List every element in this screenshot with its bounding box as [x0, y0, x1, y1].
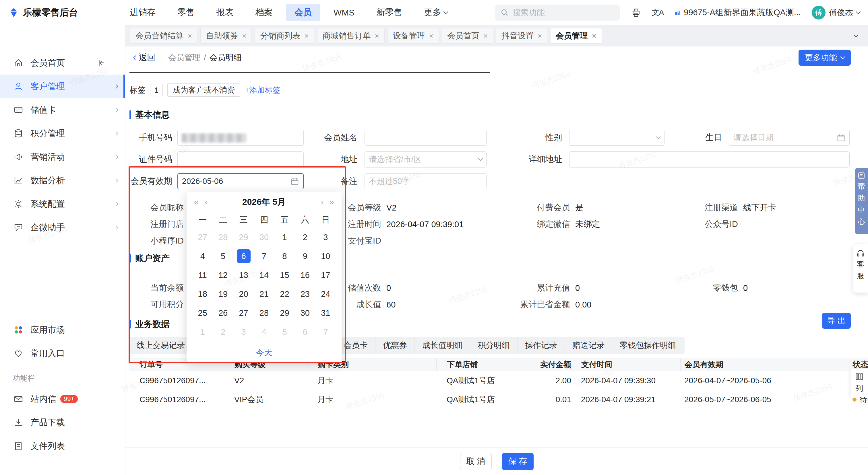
page-tab[interactable]: 分销商列表	[255, 28, 314, 44]
birthday-date-field[interactable]	[729, 130, 849, 146]
calendar-day[interactable]: 6	[295, 323, 315, 341]
tag-count-box[interactable]: 1	[150, 84, 163, 96]
region-select[interactable]	[365, 151, 487, 168]
more-functions-button[interactable]: 更多功能	[799, 49, 851, 66]
sidebar-item-favorites[interactable]: 常用入口	[0, 342, 125, 365]
calendar-day[interactable]: 26	[213, 303, 233, 323]
sidebar-item-points-management[interactable]: 积分管理	[0, 122, 125, 145]
today-link[interactable]: 今天	[256, 347, 272, 359]
calendar-day[interactable]: 9	[295, 247, 315, 266]
page-tab[interactable]: 会员营销结算	[130, 28, 197, 44]
calendar-day[interactable]: 25	[192, 303, 213, 323]
id-number-field[interactable]	[177, 151, 304, 168]
region-input[interactable]	[369, 155, 476, 164]
customer-service-tab[interactable]: 客 服	[853, 244, 868, 293]
calendar-day[interactable]: 20	[234, 284, 254, 303]
calendar-day[interactable]: 6	[234, 247, 254, 266]
calendar-day[interactable]: 2	[295, 228, 315, 247]
calendar-day[interactable]: 23	[295, 284, 315, 303]
nav-item-archives[interactable]: 档案	[247, 4, 281, 21]
calendar-day[interactable]: 30	[254, 228, 274, 247]
print-icon[interactable]	[631, 8, 641, 18]
biz-tab-points-detail[interactable]: 积分明细	[470, 337, 517, 354]
sidebar-item-customer-management[interactable]: 客户管理	[0, 75, 125, 98]
calendar-day[interactable]: 8	[274, 247, 295, 266]
sidebar-item-marketing-activity[interactable]: 营销活动	[0, 145, 125, 169]
sidebar-item-data-analysis[interactable]: 数据分析	[0, 169, 125, 192]
export-button[interactable]: 导 出	[822, 313, 851, 329]
calendar-day[interactable]: 29	[234, 228, 254, 247]
calendar-day[interactable]: 13	[234, 266, 254, 284]
sidebar-item-file-list[interactable]: 文件列表	[0, 434, 125, 458]
calendar-day[interactable]: 30	[295, 303, 315, 323]
page-tab[interactable]: 自助领券	[200, 28, 252, 44]
close-icon[interactable]	[188, 32, 192, 40]
sidebar-item-wecom-assistant[interactable]: 企微助手	[0, 216, 125, 239]
nav-item-wms[interactable]: WMS	[325, 5, 363, 20]
next-month-icon[interactable]: ›	[321, 198, 323, 206]
calendar-day[interactable]: 28	[213, 228, 233, 247]
calendar-day[interactable]: 4	[254, 323, 274, 341]
detail-address-field[interactable]	[569, 151, 849, 168]
calendar-day[interactable]: 3	[234, 323, 254, 341]
detail-address-input[interactable]	[574, 155, 845, 164]
page-tab-active[interactable]: 会员管理	[550, 28, 601, 44]
sidebar-item-app-market[interactable]: 应用市场	[0, 318, 125, 342]
close-icon[interactable]	[538, 32, 542, 40]
sidebar-item-stored-value-card[interactable]: 储值卡	[0, 98, 125, 122]
nav-item-more[interactable]: 更多	[415, 4, 456, 21]
calendar-day[interactable]: 7	[254, 247, 274, 266]
calendar-day[interactable]: 24	[315, 284, 336, 303]
user-menu[interactable]: 傅 傅俊杰	[812, 6, 860, 20]
breadcrumb-section[interactable]: 会员管理	[168, 52, 200, 63]
tabs-dropdown-icon[interactable]	[854, 33, 859, 38]
close-icon[interactable]	[304, 32, 309, 40]
biz-tab-wallet-detail[interactable]: 零钱包操作明细	[612, 337, 683, 354]
calendar-day[interactable]: 29	[274, 303, 295, 323]
gender-input[interactable]	[574, 133, 654, 142]
table-row[interactable]: C996750126097... V2 月卡 QA测试1号店 2.00 2026…	[129, 371, 868, 390]
remark-field[interactable]	[365, 173, 487, 189]
gender-select[interactable]	[569, 130, 664, 146]
search-input[interactable]	[513, 8, 614, 17]
column-settings-button[interactable]: 列	[850, 369, 868, 397]
birthday-input[interactable]	[733, 133, 834, 142]
biz-tab-gift-records[interactable]: 赠送记录	[565, 337, 612, 354]
remark-input[interactable]	[369, 177, 482, 186]
calendar-day[interactable]: 11	[192, 266, 213, 284]
nav-item-purchase-sale-stock[interactable]: 进销存	[121, 4, 164, 21]
member-name-field[interactable]	[365, 130, 487, 146]
biz-tab-member-card[interactable]: 会员卡	[336, 337, 375, 354]
save-button[interactable]: 保 存	[502, 453, 534, 470]
sidebar-item-system-config[interactable]: 系统配置	[0, 192, 125, 216]
calendar-day[interactable]: 15	[274, 266, 295, 284]
id-number-input[interactable]	[182, 155, 299, 164]
calendar-day[interactable]: 28	[254, 303, 274, 323]
nav-item-new-retail[interactable]: 新零售	[368, 4, 411, 21]
sidebar-item-product-download[interactable]: 产品下载	[0, 411, 125, 434]
calendar-day[interactable]: 21	[254, 284, 274, 303]
calendar-day[interactable]: 27	[192, 228, 213, 247]
cancel-button[interactable]: 取 消	[460, 453, 492, 470]
store-switcher[interactable]: 99675-A组新界面果蔬版QA测...	[675, 7, 801, 19]
calendar-day[interactable]: 1	[192, 323, 213, 341]
calendar-day[interactable]: 5	[274, 323, 295, 341]
calendar-day[interactable]: 14	[254, 266, 274, 284]
close-icon[interactable]	[375, 32, 379, 40]
calendar-day[interactable]: 1	[274, 228, 295, 247]
close-icon[interactable]	[429, 32, 433, 40]
sidebar-collapse-icon[interactable]	[97, 59, 105, 69]
page-tab[interactable]: 商城销售订单	[317, 28, 384, 44]
page-tab[interactable]: 设备管理	[388, 28, 439, 44]
calendar-day[interactable]: 5	[213, 247, 233, 266]
membership-validity-input[interactable]	[182, 177, 288, 186]
help-center-tab[interactable]: 帮 助 中 心	[855, 168, 868, 234]
calendar-day[interactable]: 17	[315, 266, 336, 284]
calendar-day[interactable]: 10	[315, 247, 336, 266]
close-icon[interactable]	[484, 32, 488, 40]
calendar-day[interactable]: 2	[213, 323, 233, 341]
prev-year-icon[interactable]: «	[194, 198, 199, 206]
phone-field[interactable]	[177, 130, 304, 146]
calendar-day[interactable]: 3	[315, 228, 336, 247]
biz-tab-coupons[interactable]: 优惠券	[375, 337, 414, 354]
